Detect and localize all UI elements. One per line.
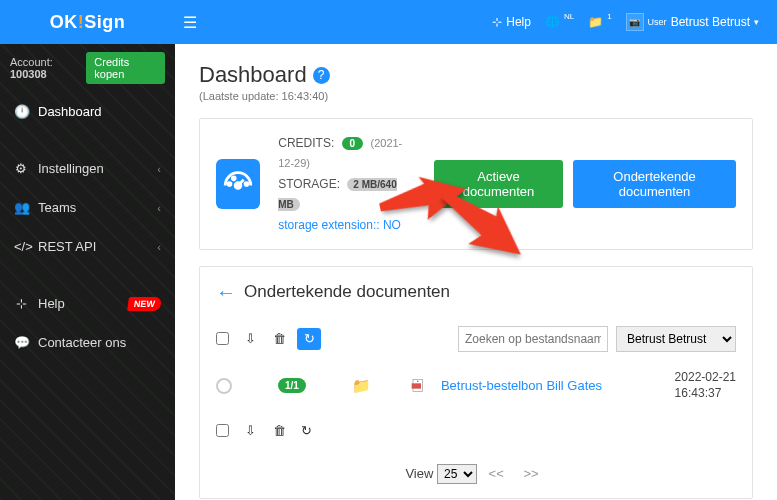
- page-title: Dashboard ?: [199, 62, 753, 88]
- svg-rect-6: [412, 383, 421, 388]
- sidebar-item-settings[interactable]: ⚙Instellingen ‹: [0, 149, 175, 188]
- help-icon: ⊹: [14, 296, 28, 311]
- new-badge: NEW: [127, 297, 162, 311]
- account-label: Account: 100308: [10, 56, 86, 80]
- code-icon: </>: [14, 239, 28, 254]
- pager-label: View: [405, 466, 433, 481]
- sidebar-item-label: Contacteer ons: [38, 335, 126, 350]
- active-documents-button[interactable]: Actieve documenten: [434, 160, 563, 208]
- gauge-tile-icon: [216, 159, 260, 209]
- credits-label: CREDITS:: [278, 136, 334, 150]
- page-size-select[interactable]: 25: [437, 464, 477, 484]
- user-menu[interactable]: 📷 User Betrust Betrust ▾: [626, 13, 759, 31]
- buy-credits-button[interactable]: Credits kopen: [86, 52, 165, 84]
- select-all-checkbox[interactable]: [216, 332, 229, 345]
- avatar-broken-icon: 📷: [626, 13, 644, 31]
- lang-code: NL: [564, 12, 574, 21]
- pager-next[interactable]: >>: [523, 466, 538, 481]
- chevron-down-icon: ▾: [754, 17, 759, 27]
- chevron-left-icon: ‹: [157, 241, 161, 253]
- pager-prev[interactable]: <<: [489, 466, 504, 481]
- download-icon[interactable]: ⇩: [241, 419, 257, 442]
- sign-count-badge: 1/1: [278, 378, 306, 393]
- user-name: Betrust Betrust: [671, 15, 750, 29]
- document-link[interactable]: Betrust-bestelbon Bill Gates: [441, 378, 602, 393]
- globe-icon: 🌐: [545, 15, 560, 29]
- storage-label: STORAGE:: [278, 177, 340, 191]
- chevron-left-icon: ‹: [157, 202, 161, 214]
- refresh-icon[interactable]: ↻: [297, 419, 313, 442]
- trash-icon[interactable]: 🗑: [269, 419, 285, 442]
- chat-icon: 💬: [14, 335, 28, 350]
- sidebar-item-contact[interactable]: 💬Contacteer ons: [0, 323, 175, 362]
- svg-point-4: [232, 177, 235, 180]
- lang-switch[interactable]: 🌐 NL: [545, 15, 574, 29]
- help-icon: ⊹: [492, 15, 502, 29]
- sidebar-item-teams[interactable]: 👥Teams ‹: [0, 188, 175, 227]
- download-icon[interactable]: ⇩: [241, 327, 257, 350]
- search-input[interactable]: [458, 326, 608, 352]
- back-arrow-icon[interactable]: ←: [216, 281, 236, 304]
- gauge-icon: 🕛: [14, 104, 28, 119]
- section-title: Ondertekende documenten: [244, 282, 450, 302]
- users-icon: 👥: [14, 200, 28, 215]
- owner-select[interactable]: Betrust Betrust: [616, 326, 736, 352]
- refresh-button[interactable]: ↻: [297, 328, 321, 350]
- pdf-icon: [411, 378, 427, 394]
- app-logo: OK!Sign: [0, 12, 175, 33]
- sidebar-item-label: Instellingen: [38, 161, 104, 176]
- inbox-count: 1: [607, 12, 611, 21]
- chevron-left-icon: ‹: [157, 163, 161, 175]
- inbox-icon: 📁: [588, 15, 603, 29]
- sidebar-item-label: REST API: [38, 239, 96, 254]
- trash-icon[interactable]: 🗑: [269, 327, 285, 350]
- signed-documents-button[interactable]: Ondertekende documenten: [573, 160, 736, 208]
- select-all-checkbox-bottom[interactable]: [216, 424, 229, 437]
- help-label: Help: [506, 15, 531, 29]
- help-link[interactable]: ⊹ Help: [492, 15, 531, 29]
- row-select-toggle[interactable]: [216, 378, 232, 394]
- help-circle-icon[interactable]: ?: [313, 67, 330, 84]
- sidebar-item-label: Help: [38, 296, 65, 311]
- folder-icon[interactable]: 📁: [352, 377, 371, 395]
- sidebar-item-restapi[interactable]: </>REST API ‹: [0, 227, 175, 266]
- sidebar-item-label: Teams: [38, 200, 76, 215]
- avatar-alt: User: [648, 18, 667, 27]
- gears-icon: ⚙: [14, 161, 28, 176]
- sidebar-item-label: Dashboard: [38, 104, 102, 119]
- sidebar-item-dashboard[interactable]: 🕛Dashboard: [0, 92, 175, 131]
- credits-value: 0: [342, 137, 364, 150]
- sidebar-item-help[interactable]: ⊹Help NEW: [0, 284, 175, 323]
- svg-rect-7: [417, 380, 418, 381]
- svg-point-3: [245, 183, 248, 186]
- storage-extension-link[interactable]: storage extension:: NO: [278, 218, 401, 232]
- document-timestamp: 2022-02-21 16:43:37: [675, 370, 736, 401]
- menu-toggle-icon[interactable]: ☰: [175, 13, 205, 32]
- inbox-link[interactable]: 📁 1: [588, 15, 611, 29]
- last-update: (Laatste update: 16:43:40): [199, 90, 753, 102]
- svg-line-1: [238, 180, 244, 186]
- svg-point-2: [228, 183, 231, 186]
- document-row: 1/1 📁 Betrust-bestelbon Bill Gates 2022-…: [200, 360, 752, 411]
